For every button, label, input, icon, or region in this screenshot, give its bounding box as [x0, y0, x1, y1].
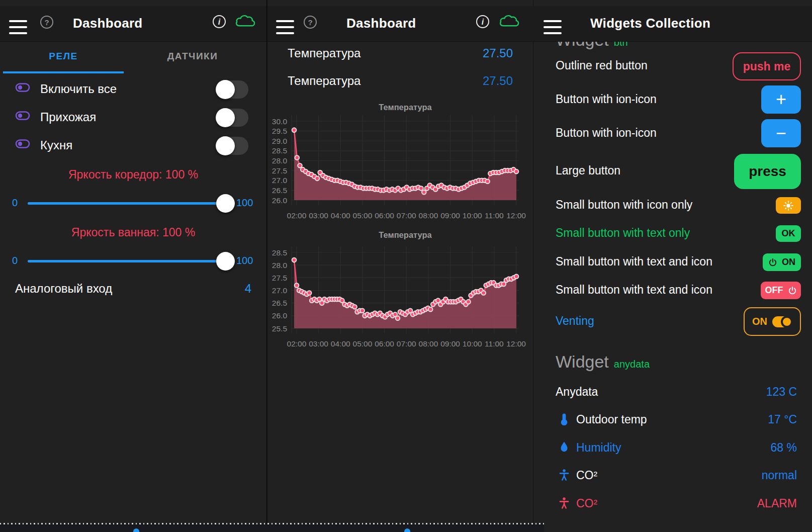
row-label: Small button with text and icon	[556, 283, 712, 297]
row-label: Large button	[556, 164, 620, 178]
svg-text:i: i	[218, 18, 221, 26]
svg-text:Температура: Температура	[379, 230, 432, 239]
person-icon	[558, 497, 570, 510]
button-text: ON	[782, 257, 795, 268]
slider-min-label: 0	[12, 255, 18, 267]
temperature-value: 27.50	[483, 74, 513, 88]
svg-text:12:00: 12:00	[506, 339, 526, 348]
help-icon[interactable]: ?	[39, 15, 54, 30]
tab-bar: РЕЛЕ ДАТЧИКИ	[0, 41, 266, 73]
slider-knob[interactable]	[216, 252, 235, 271]
svg-text:28.5: 28.5	[272, 248, 287, 257]
data-row-anydata: Anydata 123 C	[533, 384, 812, 401]
menu-icon[interactable]	[9, 20, 27, 34]
panel-dashboard-sensors: ? Dashboard i Температура 27.50 Температ…	[267, 0, 533, 532]
press-button[interactable]: press	[734, 154, 801, 189]
svg-text:10:00: 10:00	[463, 211, 482, 220]
push-me-button[interactable]: push me	[733, 52, 801, 80]
row-label: Small button with text and icon	[556, 255, 712, 269]
thermometer-icon	[558, 413, 570, 426]
ok-button[interactable]: OK	[776, 225, 801, 242]
toggle-widget-icon	[15, 82, 30, 93]
slider-corridor: 0 100	[0, 193, 266, 213]
svg-text:27.0: 27.0	[272, 286, 288, 295]
venting-toggle-button[interactable]: ON	[744, 307, 801, 336]
info-icon[interactable]: i	[475, 14, 490, 29]
panel-dashboard-relays: ? Dashboard i РЕЛЕ ДАТЧИКИ Включить все	[0, 0, 266, 532]
person-icon	[558, 469, 570, 482]
switch-row-hallway: Прихожая	[0, 104, 266, 132]
svg-text:26.5: 26.5	[272, 186, 287, 195]
svg-text:09:00: 09:00	[440, 339, 460, 348]
switch-label: Прихожая	[40, 110, 96, 124]
widget-anydata-heading: Widgetanydata	[556, 352, 650, 372]
off-button[interactable]: OFF	[761, 282, 801, 299]
svg-text:?: ?	[308, 18, 312, 27]
tab-relays[interactable]: РЕЛЕ	[3, 41, 124, 71]
switch-hallway[interactable]	[216, 109, 248, 127]
data-value: 123 C	[766, 385, 797, 399]
svg-text:06:00: 06:00	[375, 339, 394, 348]
slider-track[interactable]	[28, 202, 234, 205]
switch-kitchen[interactable]	[216, 137, 248, 155]
analog-input-row: Аналоговый вход 4	[15, 282, 251, 300]
left-header: ? Dashboard i	[0, 6, 266, 42]
analog-input-label: Аналоговый вход	[15, 282, 112, 296]
bottom-strip	[0, 524, 544, 532]
svg-text:02:00: 02:00	[287, 211, 307, 220]
svg-text:27.5: 27.5	[272, 274, 287, 282]
row-label: Button with ion-icon	[556, 126, 657, 140]
temperature-row-1: Температура 27.50	[288, 46, 513, 64]
svg-text:03:00: 03:00	[309, 211, 328, 220]
on-button[interactable]: ON	[763, 253, 801, 271]
svg-text:12:00: 12:00	[506, 211, 526, 220]
svg-text:08:00: 08:00	[419, 339, 438, 348]
switch-row-all: Включить все	[0, 75, 266, 104]
data-label: Anydata	[556, 385, 598, 399]
svg-text:08:00: 08:00	[419, 211, 438, 220]
tab-sensors[interactable]: ДАТЧИКИ	[132, 41, 253, 71]
svg-text:27.5: 27.5	[272, 166, 287, 175]
slider-track[interactable]	[28, 260, 234, 262]
temperature-label: Температура	[288, 46, 360, 60]
row-label: Venting	[556, 314, 594, 328]
data-label: Outdoor temp	[576, 413, 647, 426]
row-label: Small button with text only	[556, 226, 690, 240]
data-label: CO²	[576, 497, 597, 510]
analog-input-value: 4	[245, 282, 251, 296]
info-icon[interactable]: i	[212, 14, 227, 29]
svg-text:04:00: 04:00	[331, 211, 350, 220]
slider-knob[interactable]	[216, 194, 235, 213]
sun-button[interactable]	[776, 197, 801, 214]
cutoff-widget-icon	[404, 528, 410, 532]
minus-button[interactable]: −	[761, 119, 801, 147]
data-value: ALARM	[757, 497, 797, 510]
toggle-widget-icon	[15, 139, 30, 149]
svg-text:26.0: 26.0	[272, 196, 288, 205]
slider-min-label: 0	[12, 197, 18, 209]
data-value: normal	[762, 469, 797, 482]
svg-text:29.0: 29.0	[272, 137, 288, 145]
svg-text:Температура: Температура	[379, 103, 432, 112]
svg-text:i: i	[482, 18, 484, 26]
button-text: OFF	[765, 285, 783, 296]
row-label: Outline red button	[556, 59, 648, 72]
temperature-chart-1: 30.029.529.028.528.027.527.026.526.002:0…	[267, 98, 533, 225]
menu-icon[interactable]	[544, 20, 562, 34]
svg-text:26.5: 26.5	[272, 299, 287, 307]
svg-text:11:00: 11:00	[485, 211, 504, 220]
switch-all[interactable]	[216, 80, 248, 99]
plus-button[interactable]: +	[761, 85, 801, 114]
svg-text:07:00: 07:00	[397, 339, 416, 348]
row-small-text-button: Small button with text only OK	[533, 225, 812, 242]
power-icon	[788, 286, 797, 295]
row-outline-red-button: Outline red button push me	[533, 52, 812, 80]
toggle-widget-icon	[15, 111, 30, 121]
page-title: Dashboard	[346, 16, 416, 31]
help-icon[interactable]: ?	[303, 15, 318, 30]
data-label: CO²	[576, 469, 597, 482]
menu-icon[interactable]	[276, 20, 294, 34]
switch-label: Кухня	[40, 138, 72, 152]
slider-caption-bathroom: Яркость ванная: 100 %	[0, 226, 266, 239]
svg-text:04:00: 04:00	[331, 339, 350, 348]
